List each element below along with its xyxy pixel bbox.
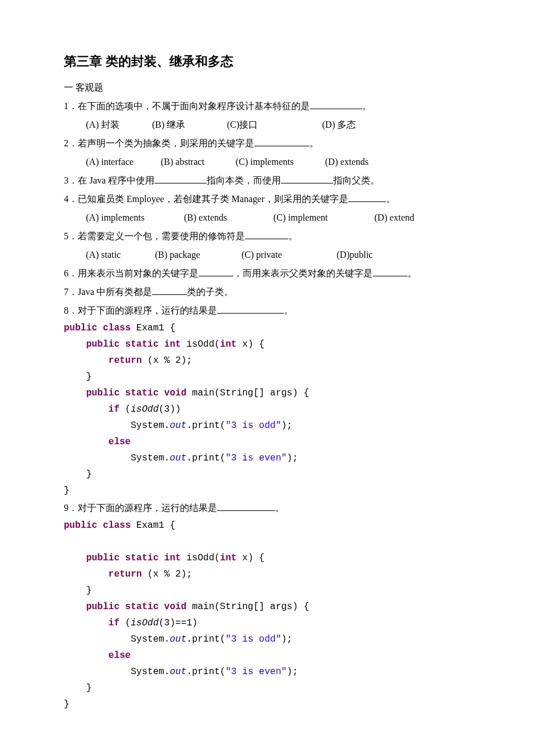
kw: public (86, 388, 120, 398)
kw: if (109, 404, 120, 415)
brace: } (64, 469, 92, 480)
pr: .print( (186, 667, 225, 677)
q4-blank (348, 193, 386, 202)
q8-text-pre: 8．对于下面的源程序，运行的结果是 (64, 305, 217, 315)
question-2: 2．若声明一个类为抽象类，则采用的关键字是。 (64, 134, 470, 153)
q3-blank2 (281, 175, 333, 183)
brace: } (64, 372, 92, 382)
kw: int (164, 553, 181, 563)
question-6: 6．用来表示当前对象的关键字是，而用来表示父类对象的关键字是。 (64, 264, 470, 283)
q9-blank (217, 502, 275, 511)
out: out (169, 420, 186, 431)
kw: public (64, 323, 98, 333)
q1-optA: (A) 封装 (86, 116, 150, 134)
q1-text-post: 。 (362, 101, 371, 111)
q4-optC: (C) implement (273, 208, 372, 227)
pr: ); (281, 420, 292, 431)
brace: } (64, 585, 92, 596)
q5-blank (245, 231, 288, 239)
question-4: 4．已知雇员类 Employee，若创建其子类 Manager，则采用的关键字是… (64, 190, 470, 208)
q6-part1: 6．用来表示当前对象的关键字是 (64, 268, 199, 278)
q4-options: (A) implements (B) extends (C) implement… (64, 208, 470, 227)
kw: void (164, 602, 186, 612)
pr: .print( (186, 453, 225, 463)
q3-blank1 (154, 175, 207, 183)
cond: ( (120, 618, 131, 628)
fn: isOdd( (181, 339, 220, 350)
q9-text-pre: 9．对于下面的源程序，运行的结果是 (64, 503, 217, 513)
q1-optD: (D) 多态 (322, 116, 356, 134)
brace: } (64, 683, 92, 693)
expr: (x % 2); (142, 355, 192, 366)
q8-text-post: 。 (284, 305, 293, 315)
sys: System. (64, 453, 169, 463)
str: "3 is odd" (225, 634, 281, 645)
q4-text-pre: 4．已知雇员类 Employee，若创建其子类 Manager，则采用的关键字是 (64, 194, 348, 204)
q7-part2: 类的子类。 (187, 287, 233, 297)
q8-blank (217, 305, 284, 314)
q1-optB: (B) 继承 (152, 116, 225, 134)
fn: isOdd( (181, 553, 220, 563)
q2-optC: (C) implements (236, 153, 323, 171)
q9-text-post: 。 (275, 503, 284, 513)
q6-part3: 。 (407, 268, 417, 278)
call: isOdd (131, 404, 158, 415)
param: x) { (237, 553, 265, 563)
q1-optC: (C)接口 (227, 116, 320, 134)
q1-text-pre: 1．在下面的选项中，不属于面向对象程序设计基本特征的是 (64, 101, 310, 111)
kw: public (64, 520, 98, 531)
q4-text-post: 。 (386, 194, 395, 204)
cond: ( (120, 404, 131, 415)
brace: } (64, 485, 70, 496)
expr: (x % 2); (142, 569, 192, 579)
pr: ); (281, 634, 292, 645)
cls-name: Exam1 { (131, 520, 175, 531)
kw: static (125, 602, 159, 612)
q5-optB: (B) package (155, 246, 239, 264)
sys: System. (64, 420, 169, 431)
q2-text-post: 。 (309, 138, 319, 148)
q2-options: (A) interface (B) abstract (C) implement… (64, 153, 470, 171)
kw: int (164, 339, 181, 350)
q1-options: (A) 封装 (B) 继承 (C)接口 (D) 多态 (64, 116, 470, 134)
q5-options: (A) static (B) package (C) private (D)pu… (64, 246, 470, 264)
kw: static (125, 388, 159, 398)
kw: void (164, 388, 186, 398)
code-block-2: public class Exam1 { public static int i… (64, 517, 470, 712)
q1-blank (310, 100, 362, 109)
kw: return (109, 355, 142, 366)
question-5: 5．若需要定义一个包，需要使用的修饰符是。 (64, 227, 470, 246)
out: out (169, 453, 186, 463)
q6-blank2 (373, 268, 407, 276)
q5-optC: (C) private (241, 246, 334, 264)
kw: else (109, 650, 131, 661)
cond: (3)==1) (158, 618, 197, 628)
code-block-1: public class Exam1 { public static int i… (64, 320, 470, 499)
str: "3 is even" (225, 667, 287, 677)
kw: int (220, 339, 237, 350)
q2-text-pre: 2．若声明一个类为抽象类，则采用的关键字是 (64, 138, 254, 148)
q7-part1: 7．Java 中所有类都是 (64, 287, 152, 297)
section-title: 一 客观题 (64, 78, 470, 97)
q3-part2: 指向本类，而使用 (207, 175, 281, 185)
q5-optA: (A) static (86, 246, 153, 264)
kw: if (109, 618, 120, 628)
q4-optB: (B) extends (184, 208, 271, 227)
str: "3 is even" (225, 453, 287, 463)
q6-part2: ，而用来表示父类对象的关键字是 (233, 268, 373, 278)
pr: .print( (186, 634, 225, 645)
q4-optD: (D) extend (374, 208, 414, 227)
kw: public (86, 339, 120, 350)
fn: main(String[] args) { (186, 602, 309, 612)
q5-text-post: 。 (288, 231, 298, 241)
q3-part1: 3．在 Java 程序中使用 (64, 175, 154, 185)
q2-optD: (D) extends (325, 153, 369, 171)
kw: static (125, 553, 159, 563)
question-9: 9．对于下面的源程序，运行的结果是。 (64, 499, 470, 517)
cond: (3)) (158, 404, 181, 415)
kw: else (109, 437, 131, 447)
cls-name: Exam1 { (131, 323, 175, 333)
question-8: 8．对于下面的源程序，运行的结果是。 (64, 301, 470, 320)
param: x) { (237, 339, 265, 350)
fn: main(String[] args) { (186, 388, 309, 398)
